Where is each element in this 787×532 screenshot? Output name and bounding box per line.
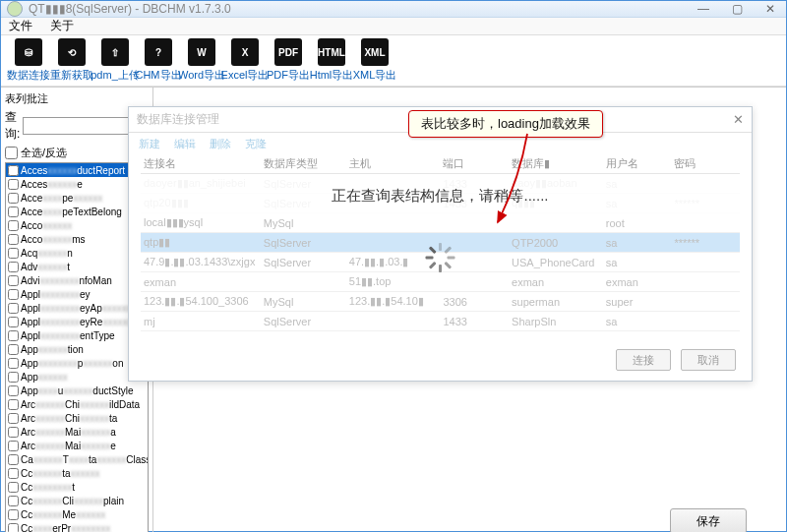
connect-button[interactable]: 连接 <box>616 349 671 371</box>
spinner-icon <box>426 243 455 272</box>
cell: SqlServer <box>261 316 346 327</box>
toolbar-label: XML导出 <box>353 68 397 83</box>
list-item[interactable]: ApplxxxxxxxxeyApxxxxxxal <box>6 301 148 315</box>
list-checkbox[interactable] <box>8 385 19 396</box>
list-item[interactable]: ArcxxxxxxMaixxxxxxa <box>6 425 148 439</box>
list-item[interactable]: ArcxxxxxxMaixxxxxxe <box>6 439 148 452</box>
modal-link[interactable]: 克隆 <box>245 137 267 151</box>
toolbar-label: Html导出 <box>310 68 354 83</box>
list-checkbox[interactable] <box>8 427 19 438</box>
toolbar-label: CHM导出 <box>135 68 181 83</box>
list-item[interactable]: Accoxxxxxxms <box>6 232 148 246</box>
list-checkbox[interactable] <box>8 193 19 204</box>
titlebar: QT▮▮▮8(SqlServer) - DBCHM v1.7.3.0 — ▢ ✕ <box>1 1 786 18</box>
list-checkbox[interactable] <box>8 207 19 217</box>
list-checkbox[interactable] <box>8 179 19 190</box>
list-checkbox[interactable] <box>8 399 19 410</box>
toolbar-Word导出[interactable]: WWord导出 <box>180 38 223 83</box>
col-header: 端口 <box>440 156 509 171</box>
save-button[interactable]: 保存 <box>670 508 747 532</box>
list-item[interactable]: ArcxxxxxxChixxxxxxta <box>6 411 148 425</box>
toolbar-label: pdm_上传 <box>91 68 140 83</box>
list-item[interactable]: ArcxxxxxxChixxxxxxildData <box>6 397 148 411</box>
modal-close-icon[interactable]: ✕ <box>733 112 744 127</box>
cell: 123.▮▮.▮54.100_3306 <box>141 295 261 308</box>
list-item[interactable]: Applxxxxxxxxey <box>6 287 148 301</box>
list-checkbox[interactable] <box>8 413 19 424</box>
list-item[interactable]: Acqxxxxxxn <box>6 246 148 260</box>
list-checkbox[interactable] <box>8 289 19 300</box>
list-item[interactable]: ApplxxxxxxxxentType <box>6 328 148 342</box>
select-all-checkbox[interactable] <box>5 147 18 159</box>
menu-about[interactable]: 关于 <box>50 18 74 34</box>
list-checkbox[interactable] <box>8 262 19 272</box>
list-item[interactable]: Accoxxxxxx <box>6 218 148 232</box>
list-checkbox[interactable] <box>8 344 19 355</box>
list-item[interactable]: CcxxxxerPrxxxxxxxx <box>6 521 148 532</box>
list-item[interactable]: Accesxxxxxxe <box>6 177 148 191</box>
minimize-button[interactable]: — <box>694 2 713 16</box>
cell: mj <box>141 316 261 327</box>
modal-title: 数据库连接管理 <box>137 111 219 128</box>
toolbar-PDF导出[interactable]: PDFPDF导出 <box>267 38 310 83</box>
maximize-button[interactable]: ▢ <box>727 2 747 16</box>
list-checkbox[interactable] <box>8 248 19 259</box>
list-checkbox[interactable] <box>8 523 19 533</box>
col-header: 连接名 <box>141 156 261 171</box>
menu-file[interactable]: 文件 <box>9 18 32 34</box>
connection-modal: 数据库连接管理 ✕ 新建编辑删除克隆 连接名数据库类型主机端口数据库▮用户名密码… <box>128 106 753 382</box>
list-item[interactable]: Ccxxxxxxtaxxxxxx <box>6 466 148 480</box>
list-item[interactable]: CaxxxxxxTxxxxtaxxxxxxClassifxxxxxxxxall <box>6 452 148 466</box>
toolbar-CHM导出[interactable]: ?CHM导出 <box>137 38 180 83</box>
list-item[interactable]: AppxxxxuxxxxxxductStyle <box>6 384 148 397</box>
cell: 123.▮▮.▮54.10▮ <box>346 295 441 308</box>
toolbar-Excel导出[interactable]: XExcel导出 <box>223 38 267 83</box>
table-row[interactable]: mjSqlServer1433SharpSlnsa <box>141 312 740 331</box>
toolbar-pdm_上传[interactable]: ⇧pdm_上传 <box>93 38 137 83</box>
col-header: 用户名 <box>603 156 672 171</box>
list-checkbox[interactable] <box>8 441 19 451</box>
table-row[interactable]: 123.▮▮.▮54.100_3306MySql123.▮▮.▮54.10▮33… <box>141 292 740 312</box>
modal-link[interactable]: 编辑 <box>174 137 196 151</box>
left-heading: 表列批注 <box>5 91 149 106</box>
list-item[interactable]: Advxxxxxxt <box>6 260 148 273</box>
list-item[interactable]: CcxxxxxxClixxxxxxplain <box>6 494 148 507</box>
modal-link[interactable]: 新建 <box>139 137 160 151</box>
list-checkbox[interactable] <box>8 275 19 286</box>
toolbar-Html导出[interactable]: HTMLHtml导出 <box>310 38 353 83</box>
cell: superman <box>509 296 603 308</box>
list-item[interactable]: ApplxxxxxxxxeyRexxxxxxn <box>6 315 148 328</box>
list-checkbox[interactable] <box>8 317 19 327</box>
list-item[interactable]: Appxxxxxxxxpxxxxxxon <box>6 356 148 370</box>
list-item[interactable]: Ccxxxxxxxxt <box>6 480 148 494</box>
list-checkbox[interactable] <box>8 165 19 176</box>
list-checkbox[interactable] <box>8 454 19 465</box>
list-checkbox[interactable] <box>8 496 19 506</box>
list-item[interactable]: Appxxxxxx <box>6 370 148 384</box>
cell: 51▮▮.top <box>346 275 441 288</box>
list-checkbox[interactable] <box>8 303 19 314</box>
toolbar-重新获取[interactable]: ⟲重新获取 <box>50 38 93 83</box>
close-button[interactable]: ✕ <box>760 2 780 16</box>
list-checkbox[interactable] <box>8 372 19 383</box>
toolbar-数据连接[interactable]: ⛁数据连接 <box>7 38 50 83</box>
list-checkbox[interactable] <box>8 509 19 520</box>
col-header: 数据库▮ <box>509 156 603 171</box>
list-checkbox[interactable] <box>8 234 19 245</box>
list-item[interactable]: CcxxxxxxMexxxxxx <box>6 507 148 521</box>
list-checkbox[interactable] <box>8 482 19 493</box>
table-row[interactable]: local▮▮▮ysqlMySqlroot <box>141 213 740 233</box>
list-checkbox[interactable] <box>8 358 19 369</box>
table-row[interactable]: exman51▮▮.topexmanexman <box>141 272 740 292</box>
list-item[interactable]: AccexxxxpeTextBelong <box>6 205 148 218</box>
list-item[interactable]: Accexxxxpexxxxxx <box>6 191 148 205</box>
list-item[interactable]: AdvixxxxxxxxnfoMan <box>6 273 148 287</box>
list-checkbox[interactable] <box>8 220 19 231</box>
list-item[interactable]: Appxxxxxxtion <box>6 342 148 356</box>
list-item[interactable]: AccesxxxxxxductReport <box>6 163 148 177</box>
toolbar-XML导出[interactable]: XMLXML导出 <box>353 38 396 83</box>
list-checkbox[interactable] <box>8 330 19 341</box>
list-checkbox[interactable] <box>8 468 19 479</box>
cancel-button[interactable]: 取消 <box>681 349 736 371</box>
modal-link[interactable]: 删除 <box>210 137 231 151</box>
